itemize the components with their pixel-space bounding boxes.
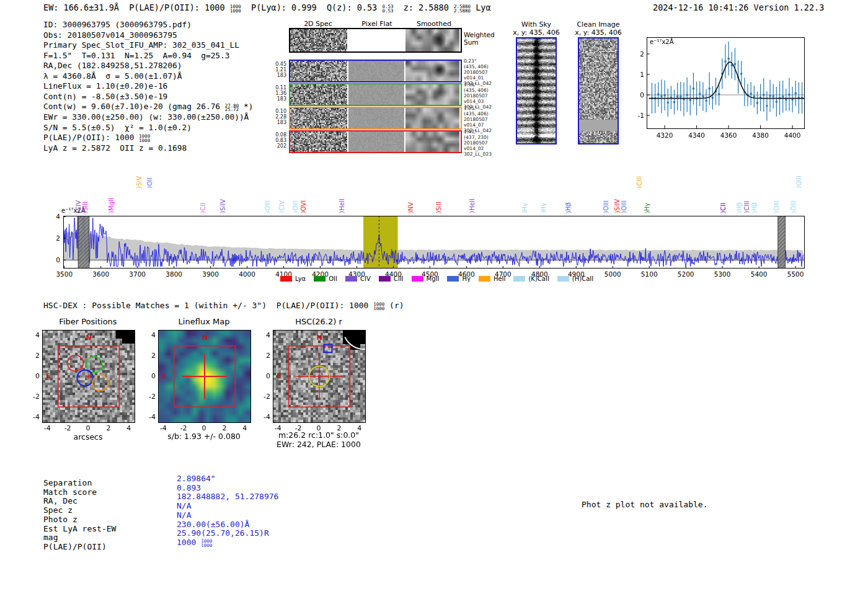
emission-line-label: NV [408, 202, 414, 215]
text-segment: ID: 3000963795 (3000963795.pdf) [43, 20, 192, 29]
legend-label: MgII [427, 275, 440, 282]
emission-line-label: OIII [774, 200, 780, 215]
emission-line-label-text: CIII [744, 201, 750, 211]
line-label-brace [436, 211, 441, 215]
info-line: λ = 4360.8Å σ = 5.00(±1.07)Å [43, 71, 253, 82]
emission-line-label: SiIV [220, 199, 226, 215]
match-row-value: N/A [177, 511, 278, 520]
cutout-row-left-label: 0.111.36183 [275, 85, 286, 102]
with-sky-title: With Sky [521, 20, 551, 29]
photz-note: Phot z plot not available. [582, 500, 708, 509]
legend-color-swatch [345, 276, 357, 282]
axis-tick-label: 3500 [56, 270, 73, 278]
stacked-fraction: 10001000 [230, 5, 241, 14]
text-segment: HSC-DEX : Possible Matches = 1 (within +… [43, 301, 373, 310]
axis-tick-label: 2 [35, 352, 40, 360]
emission-line-label-text: Hγ [644, 203, 650, 211]
text-segment: Cont(w) = 9.60(±7.10)e-20 (gmag 26.76 [43, 102, 225, 111]
emission-line-label: CII [200, 203, 206, 215]
axis-tick-label: -2 [149, 392, 156, 400]
pixel-flat-image [348, 108, 404, 128]
emission-line-label-text: CII [200, 203, 206, 211]
emission-line-label: OIII [621, 200, 627, 215]
pixel-flat-image [348, 84, 404, 105]
emission-line-label: SiII [82, 202, 89, 215]
match-row-label: Spec z [43, 506, 116, 515]
axis-tick-label: 0 [86, 424, 91, 432]
text-segment: EWr = 330.00(±250.00) (w: 330.00(±250.00… [43, 112, 249, 122]
text-segment: 25.90(25.70,26.15)R [177, 528, 269, 538]
text-segment: LineFlux = 1.10(±0.20)e-16 [43, 81, 167, 91]
match-row-value: 230.00(±56.00)Å [177, 520, 278, 530]
legend-color-swatch [479, 276, 490, 282]
emission-line-label-text: CII [720, 203, 727, 211]
axis-tick-label: 5300 [714, 270, 731, 278]
text-segment: LyA z = 2.5872 OII z = 0.1698 [43, 143, 187, 153]
info-line: LyA z = 2.5872 OII z = 0.1698 [43, 143, 253, 154]
text-segment: N/A [177, 510, 191, 520]
fraction-bottom: 0.53 [382, 9, 393, 14]
info-line: Cont(n) = -8.50(±3.50)e-19 [43, 92, 253, 102]
legend-item: OII [314, 275, 337, 282]
info-line: P(LAE)/P(OII): 1000 10001000 [43, 133, 253, 143]
fraction-bottom: 1000 [230, 9, 241, 14]
emission-line-label: Hβ [751, 202, 758, 215]
match-row-label: RA, Dec [43, 497, 116, 506]
text-segment: Primary Spec_Slot_IFU_AMP: 302_035_041_L… [43, 40, 239, 50]
row-left-value: 2.28 [275, 114, 286, 120]
pixel-flat-image [348, 61, 404, 81]
emission-line-label-text: SiIV [614, 199, 621, 211]
fiber-xlabel: arcsecs [74, 432, 103, 442]
match-table-labels: SeparationMatch scoreRA, DecSpec zPhoto … [43, 479, 116, 552]
emission-line-label: CIII [637, 176, 643, 190]
text-segment: 2.89864" [177, 474, 216, 483]
lineflux-map-overlay [159, 331, 250, 422]
axis-tick-label: -1 [638, 112, 644, 119]
line-label-brace [541, 211, 546, 215]
report-version: Version 1.22.3 [754, 2, 825, 12]
match-row-value: 25.90(25.70,26.15)R [177, 529, 278, 538]
line-label-brace [76, 211, 81, 215]
cutout-row [289, 107, 462, 130]
line-label-brace [791, 211, 797, 215]
emission-line-label-text: OIII [293, 200, 299, 211]
axis-tick-label: 4360 [720, 131, 737, 139]
hsc-r-panel: N E [273, 330, 366, 423]
clean-image-coords: x, y: 435, 406 [575, 29, 621, 37]
east-label: E [46, 372, 51, 380]
info-line: S/N = 5.5(±0.5) χ² = 1.0(±0.2) [43, 123, 253, 133]
axis-tick-label: 4 [35, 331, 40, 339]
axis-tick-label: 0 [56, 256, 60, 264]
match-row-value: N/A [177, 502, 278, 511]
clean-image [579, 38, 618, 143]
axis-tick-label: -4 [33, 412, 40, 420]
axis-tick-label: -4 [264, 412, 270, 420]
emission-line-label-text: NV [408, 202, 414, 211]
cutout-row-right-label: 1.47"(437, 230)20180507v014_02302_LL_023 [464, 130, 492, 158]
legend-item: CIII [379, 275, 404, 282]
emission-line-label: Hγ [541, 203, 547, 215]
text-segment: RA,Dec (182.849258,51.278206) [43, 61, 182, 70]
axis-tick-label: 5400 [751, 270, 768, 278]
text-segment: 0.893 [177, 483, 201, 492]
emission-line-label: Hγ [644, 203, 650, 215]
legend-item: CIV [345, 275, 371, 282]
text-segment: P(LAE)/P(OII): 1000 [43, 133, 139, 142]
hsc-dex-summary: HSC-DEX : Possible Matches = 1 (within +… [43, 301, 404, 311]
fiber-circle [68, 355, 84, 371]
axis-tick-label: 4 [242, 424, 247, 432]
pixel-flat-image [348, 131, 404, 152]
line-label-brace [220, 211, 226, 215]
match-table-values: 2.89864"0.893182.848882, 51.278976N/AN/A… [177, 474, 278, 548]
stacked-fraction: 10001000 [139, 135, 150, 143]
axis-tick-label: 5200 [678, 270, 694, 278]
line-label-brace [645, 211, 650, 215]
line-label-brace [603, 211, 609, 215]
header-summary: EW: 166.6±31.9Å P(LAE)/P(OII): 1000 1000… [43, 2, 491, 14]
fiber-circle [92, 375, 108, 391]
axis-tick-label: 2 [56, 234, 60, 242]
axis-tick-label: 0 [151, 372, 156, 380]
line-label-brace [744, 211, 750, 215]
twod-spec-image [290, 108, 347, 128]
emission-line-label-text: Hγ [541, 203, 547, 211]
